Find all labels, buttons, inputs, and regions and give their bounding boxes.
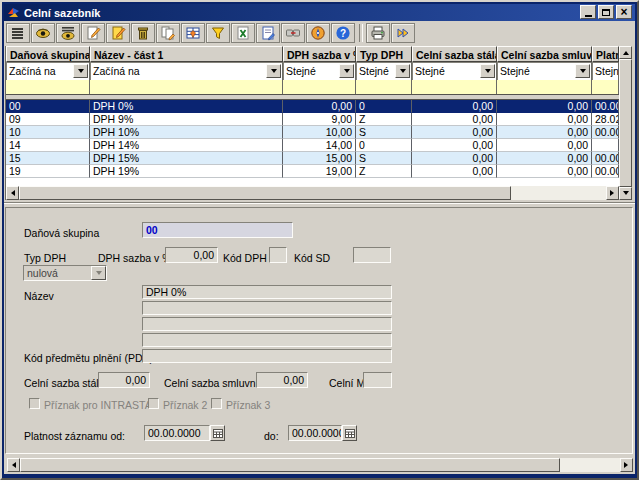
- celni-mj-field[interactable]: [363, 372, 392, 388]
- more-actions-button[interactable]: [391, 23, 415, 43]
- window-horizontal-scrollbar[interactable]: [7, 458, 633, 472]
- relations-icon: [285, 25, 301, 41]
- nazev-field-1[interactable]: DPH 0%: [142, 285, 392, 299]
- calendar-button-od[interactable]: [210, 425, 225, 441]
- eye-button[interactable]: [31, 23, 55, 43]
- table-cell: 0: [356, 100, 412, 113]
- scroll-right-button[interactable]: [606, 186, 619, 200]
- celni-sazba-stala-label: Celní sazba stálá: [24, 377, 105, 389]
- column-header[interactable]: Typ DPH: [356, 46, 412, 62]
- print-button[interactable]: [366, 23, 390, 43]
- filter-value: Stejné: [500, 65, 575, 77]
- nazev-field-4[interactable]: [142, 333, 392, 347]
- window-horizontal-scrollbar-thumb[interactable]: [20, 458, 560, 472]
- scroll-down-button[interactable]: [619, 187, 632, 200]
- danova-skupina-field[interactable]: 00: [142, 222, 293, 238]
- table-row[interactable]: 14DPH 14%14,0000,000,00: [6, 139, 619, 152]
- table-horizontal-scrollbar-thumb[interactable]: [19, 186, 511, 200]
- edit-record-button[interactable]: [106, 23, 130, 43]
- kod-sd-field[interactable]: [353, 247, 391, 263]
- filter-input-cell[interactable]: [356, 80, 412, 94]
- relations-button[interactable]: [281, 23, 305, 43]
- table-row[interactable]: 09DPH 9%9,00Z0,000,0028.02: [6, 113, 619, 126]
- eye-detail-button[interactable]: [56, 23, 80, 43]
- column-header[interactable]: Název - část 1: [90, 46, 283, 62]
- dropdown-button[interactable]: [575, 64, 590, 78]
- scroll-left-button[interactable]: [7, 458, 20, 472]
- column-header[interactable]: Platnost: [592, 46, 619, 62]
- dropdown-button[interactable]: [395, 64, 410, 78]
- vertical-scrollbar[interactable]: [619, 46, 632, 200]
- nazev-field-2[interactable]: [142, 301, 392, 315]
- filter-dropdown[interactable]: Začíná na: [90, 62, 283, 80]
- column-header[interactable]: DPH sazba v %: [283, 46, 356, 62]
- table-row[interactable]: 10DPH 10%10,00S0,000,0000.00: [6, 126, 619, 139]
- minimize-icon: [585, 15, 592, 17]
- dropdown-button[interactable]: [266, 64, 281, 78]
- table-horizontal-scrollbar[interactable]: [6, 186, 619, 200]
- filter-dropdown[interactable]: Stejné: [592, 62, 619, 80]
- scroll-up-button[interactable]: [619, 46, 632, 59]
- pdp-label: Kód předmětu plnění (PDP): [24, 352, 153, 364]
- help-button[interactable]: ?: [331, 23, 355, 43]
- pdp-field[interactable]: [142, 349, 392, 363]
- export-excel-button[interactable]: [231, 23, 255, 43]
- calendar-button-do[interactable]: [342, 425, 357, 441]
- column-header[interactable]: Daňová skupina: [6, 46, 90, 62]
- filter-input-cell[interactable]: [6, 80, 90, 94]
- table-cell: S: [356, 152, 412, 165]
- filter-dropdown[interactable]: Stejné: [412, 62, 497, 80]
- filter-input-cell[interactable]: [90, 80, 283, 94]
- dph-sazba-field[interactable]: 0,00: [165, 247, 218, 263]
- edit-record-icon: [110, 25, 126, 41]
- list-view-button[interactable]: [6, 23, 30, 43]
- column-header[interactable]: Celní sazba smluvní: [497, 46, 592, 62]
- maximize-button[interactable]: [598, 5, 614, 19]
- table-row[interactable]: 15DPH 15%15,00S0,000,0000.00: [6, 152, 619, 165]
- list-view-icon: [10, 25, 26, 41]
- navigator-button[interactable]: [306, 23, 330, 43]
- filter-input-cell[interactable]: [592, 80, 619, 94]
- minimize-button[interactable]: [580, 5, 596, 19]
- dropdown-button[interactable]: [73, 64, 88, 78]
- copy-record-button[interactable]: [156, 23, 180, 43]
- filter-input-cell[interactable]: [283, 80, 356, 94]
- filter-input-cell[interactable]: [497, 80, 592, 94]
- filter-input-cell[interactable]: [412, 80, 497, 94]
- grid-settings-button[interactable]: [181, 23, 205, 43]
- chevron-down-icon: [271, 69, 277, 76]
- typ-dph-dropdown-value: nulová: [24, 267, 91, 279]
- table-row[interactable]: 00DPH 0%0,0000,000,0000.00: [6, 100, 619, 113]
- close-button[interactable]: ×: [616, 5, 632, 19]
- column-header[interactable]: Celní sazba stálá: [412, 46, 497, 62]
- filter-dropdown[interactable]: Stejné: [497, 62, 592, 80]
- table-cell: 19: [6, 165, 90, 178]
- platnost-do-field[interactable]: 00.00.0000: [288, 425, 342, 441]
- dropdown-button[interactable]: [339, 64, 354, 78]
- dropdown-button[interactable]: [480, 64, 495, 78]
- celni-sazba-smluvni-field[interactable]: 0,00: [256, 372, 308, 388]
- platnost-od-field[interactable]: 00.00.0000: [144, 425, 210, 441]
- filter-dropdown[interactable]: Stejné: [356, 62, 412, 80]
- priznak-2-checkbox: [148, 398, 159, 409]
- new-record-button[interactable]: [81, 23, 105, 43]
- arrow-up-icon: [623, 48, 629, 55]
- table-cell: 0,00: [497, 113, 592, 126]
- scroll-left-button[interactable]: [6, 186, 19, 200]
- table-cell: Z: [356, 113, 412, 126]
- table-cell: DPH 15%: [90, 152, 283, 165]
- celni-sazba-smluvni-label: Celní sazba smluvní: [164, 377, 259, 389]
- kod-dph-field[interactable]: [269, 247, 287, 263]
- print-icon: [370, 25, 386, 41]
- nazev-field-3[interactable]: [142, 317, 392, 331]
- filter-dropdown[interactable]: Začíná na: [6, 62, 90, 80]
- table-row[interactable]: 19DPH 19%19,00Z0,000,0000.00: [6, 165, 619, 178]
- delete-button[interactable]: [131, 23, 155, 43]
- scroll-right-button[interactable]: [620, 458, 633, 472]
- celni-sazba-stala-field[interactable]: 0,00: [98, 372, 150, 388]
- filter-button[interactable]: [206, 23, 230, 43]
- vertical-scrollbar-thumb[interactable]: [619, 59, 632, 187]
- filter-dropdown[interactable]: Stejné: [283, 62, 356, 80]
- table-cell: 15,00: [283, 152, 356, 165]
- note-edit-button[interactable]: [256, 23, 280, 43]
